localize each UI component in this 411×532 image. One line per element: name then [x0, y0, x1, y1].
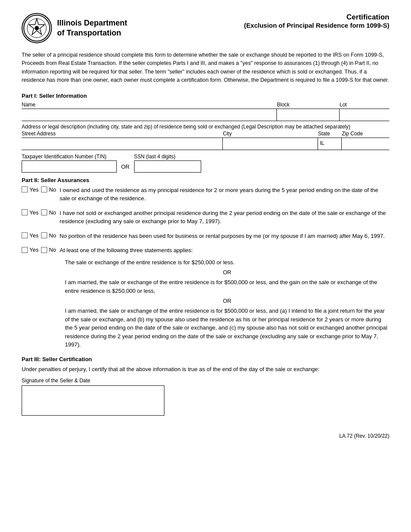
name-block-lot-row: [22, 109, 389, 121]
address-label: Address or legal description (including …: [22, 124, 389, 130]
assurance-1-no-label: No: [49, 186, 56, 193]
assurance-1-no-box[interactable]: [41, 186, 47, 192]
form-title-area: Certification (Exclusion of Principal Re…: [244, 13, 389, 29]
assurance-2-yes-label: Yes: [29, 209, 39, 216]
assurance-3-text: No portion of the residence has been use…: [60, 232, 389, 240]
or-1: OR: [65, 269, 389, 276]
assurance-3-yes-label: Yes: [29, 232, 39, 239]
assurance-4-no-box[interactable]: [41, 247, 47, 253]
tin-field[interactable]: [22, 160, 117, 173]
block-field[interactable]: [277, 109, 340, 121]
assurance-2-no-box[interactable]: [41, 209, 47, 215]
assurance-3: Yes No No portion of the residence has b…: [22, 232, 389, 240]
form-number: LA 72 (Rev. 10/20/22): [339, 433, 389, 439]
street-field[interactable]: [22, 138, 223, 150]
assurance-4-no-label: No: [49, 247, 56, 253]
assurance-4-checkboxes: Yes No: [22, 246, 56, 253]
assurance-3-yes[interactable]: Yes: [22, 232, 39, 239]
part2-heading: Part II: Seller Assurances: [22, 177, 389, 183]
assurance-3-no-label: No: [49, 232, 56, 239]
assurance-2-checkboxes: Yes No: [22, 209, 56, 216]
statement-2: I am married, the sale or exchange of th…: [65, 278, 389, 295]
street-label: Street Address: [22, 131, 223, 137]
part1-section: Part I: Seller Information Name Block Lo…: [22, 93, 389, 173]
assurance-4-yes-label: Yes: [29, 247, 39, 253]
part3-intro: Under penalties of perjury, I certify th…: [22, 365, 389, 374]
footer-note: LA 72 (Rev. 10/20/22): [22, 433, 389, 439]
state-label: State: [318, 131, 342, 137]
name-field[interactable]: [22, 109, 277, 121]
assurance-1: Yes No I owned and used the residence as…: [22, 186, 389, 203]
assurance-3-checkboxes: Yes No: [22, 232, 56, 239]
assurance-1-yes-label: Yes: [29, 186, 39, 193]
part3-section: Part III: Seller Certification Under pen…: [22, 356, 389, 416]
assurance-3-no[interactable]: No: [41, 232, 56, 239]
assurance-3-yes-box[interactable]: [22, 232, 28, 238]
statement-3: I am married, the sale or exchange of th…: [65, 307, 389, 349]
assurance-2-yes[interactable]: Yes: [22, 209, 39, 216]
org-name: Illinois Department of Transportation: [57, 18, 127, 38]
logo-svg: [23, 14, 51, 42]
intro-paragraph: The seller of a principal residence shou…: [22, 51, 389, 85]
assurance-2-text: I have not sold or exchanged another pri…: [60, 209, 389, 226]
assurance-4: Yes No At least one of the following thr…: [22, 246, 389, 349]
assurance-1-checkboxes: Yes No: [22, 186, 56, 193]
page-header: Illinois Department of Transportation Ce…: [22, 13, 389, 43]
assurance-2-no[interactable]: No: [41, 209, 56, 216]
state-field[interactable]: IL: [318, 138, 342, 150]
or-2: OR: [65, 298, 389, 304]
assurance-1-yes[interactable]: Yes: [22, 186, 39, 193]
assurance-2-yes-box[interactable]: [22, 209, 28, 215]
assurance-4-substmts: The sale or exchange of the entire resid…: [65, 258, 389, 349]
signature-field[interactable]: [22, 385, 164, 416]
assurance-4-text: At least one of the following three stat…: [60, 246, 193, 255]
name-label: Name: [22, 102, 277, 108]
assurance-4-header: Yes No At least one of the following thr…: [22, 246, 193, 255]
street-city-labels: Street Address City State Zip Code: [22, 131, 389, 138]
assurance-4-no[interactable]: No: [41, 247, 56, 253]
tin-label: Taxpayer Identification Number (TIN): [22, 154, 117, 160]
assurance-2: Yes No I have not sold or exchanged anot…: [22, 209, 389, 226]
logo-area: Illinois Department of Transportation: [22, 13, 127, 43]
part1-heading: Part I: Seller Information: [22, 93, 389, 99]
sig-label: Signature of the Seller & Date: [22, 378, 389, 384]
city-label: City: [223, 131, 318, 137]
name-block-lot-labels: Name Block Lot: [22, 102, 389, 109]
ssn-field[interactable]: [134, 160, 201, 173]
assurance-1-yes-box[interactable]: [22, 186, 28, 192]
assurance-2-no-label: No: [49, 209, 56, 216]
zip-label: Zip Code: [342, 131, 389, 137]
street-city-row: IL: [22, 138, 389, 150]
assurance-1-no[interactable]: No: [41, 186, 56, 193]
part3-heading: Part III: Seller Certification: [22, 356, 389, 362]
svg-point-3: [35, 26, 39, 30]
block-label: Block: [277, 102, 340, 108]
lot-field[interactable]: [340, 109, 389, 121]
cert-title: Certification: [244, 13, 389, 22]
ssn-label: SSN (last 4 digits): [134, 154, 201, 160]
or-text-tin: OR: [117, 163, 134, 173]
assurance-1-text: I owned and used the residence as my pri…: [60, 186, 389, 203]
tin-ssn-labels: Taxpayer Identification Number (TIN) OR …: [22, 154, 389, 173]
idot-logo: [22, 13, 52, 43]
assurance-3-no-box[interactable]: [41, 232, 47, 238]
assurance-4-yes[interactable]: Yes: [22, 247, 39, 253]
zip-field[interactable]: [342, 138, 389, 150]
assurance-4-yes-box[interactable]: [22, 247, 28, 253]
statement-1: The sale or exchange of the entire resid…: [65, 258, 389, 267]
part2-section: Part II: Seller Assurances Yes No I owne…: [22, 177, 389, 349]
city-field[interactable]: [223, 138, 318, 150]
cert-subtitle: (Exclusion of Principal Residence form 1…: [244, 22, 389, 29]
lot-label: Lot: [340, 102, 389, 108]
